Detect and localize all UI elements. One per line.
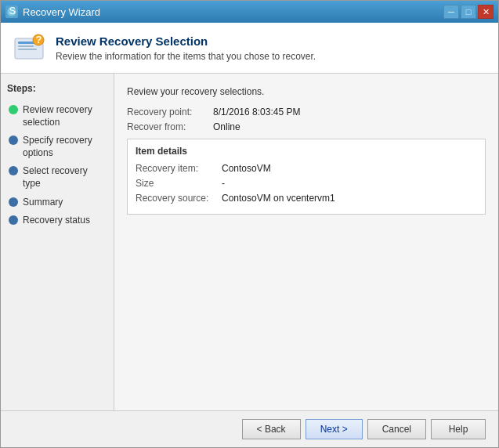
- size-value: -: [222, 178, 225, 189]
- recovery-source-row: Recovery source: ContosoVM on vcentervm1: [136, 193, 477, 204]
- recovery-item-row: Recovery item: ContosoVM: [136, 163, 477, 174]
- recovery-point-label: Recovery point:: [127, 107, 213, 117]
- step-select-type: Select recovery type: [7, 163, 107, 192]
- wizard-footer: < Back Next > Cancel Help: [1, 410, 498, 447]
- wizard-content: Steps: Review recovery selection Specify…: [1, 74, 498, 410]
- step-recovery-status: Recovery status: [7, 212, 107, 229]
- help-button[interactable]: Help: [431, 419, 486, 439]
- svg-rect-5: [18, 49, 37, 50]
- step-label-summary: Summary: [23, 197, 63, 209]
- title-bar-controls: ─ □ ✕: [443, 5, 494, 19]
- recovery-wizard-window: S Recovery Wizard ─ □ ✕ ? Review Recover…: [0, 0, 499, 448]
- header-subtitle: Review the information for the items tha…: [56, 51, 316, 62]
- step-label-review: Review recovery selection: [23, 104, 106, 128]
- header-title: Review Recovery Selection: [56, 34, 316, 48]
- step-dot-active: [9, 105, 18, 114]
- steps-heading: Steps:: [7, 83, 107, 94]
- recovery-item-label: Recovery item:: [136, 163, 222, 174]
- step-label-type: Select recovery type: [23, 165, 106, 190]
- review-intro: Review your recovery selections.: [127, 86, 486, 97]
- svg-text:S: S: [9, 6, 16, 16]
- step-review-recovery: Review recovery selection: [7, 102, 107, 131]
- header-text: Review Recovery Selection Review the inf…: [56, 34, 316, 62]
- wizard-sidebar: Steps: Review recovery selection Specify…: [1, 74, 114, 410]
- step-summary: Summary: [7, 194, 107, 211]
- wizard-header: ? Review Recovery Selection Review the i…: [1, 23, 498, 74]
- window-title: Recovery Wizard: [23, 6, 100, 18]
- back-button[interactable]: < Back: [242, 419, 301, 439]
- step-specify-options: Specify recovery options: [7, 132, 107, 161]
- wizard-main: Review your recovery selections. Recover…: [114, 74, 498, 410]
- item-details-box: Item details Recovery item: ContosoVM Si…: [127, 139, 486, 215]
- size-label: Size: [136, 178, 222, 189]
- size-row: Size -: [136, 178, 477, 189]
- step-dot-inactive-4: [9, 215, 18, 225]
- step-dot-inactive-1: [9, 135, 18, 145]
- step-dot-inactive-3: [9, 197, 18, 207]
- recovery-source-label: Recovery source:: [136, 193, 222, 204]
- step-label-status: Recovery status: [23, 215, 90, 227]
- step-label-specify: Specify recovery options: [23, 135, 106, 159]
- title-bar-left: S Recovery Wizard: [5, 5, 100, 18]
- minimize-button[interactable]: ─: [443, 5, 459, 19]
- svg-rect-4: [18, 45, 34, 47]
- close-button[interactable]: ✕: [478, 5, 494, 19]
- app-icon: S: [5, 5, 18, 18]
- cancel-button[interactable]: Cancel: [367, 419, 426, 439]
- step-dot-inactive-2: [9, 166, 18, 175]
- item-details-heading: Item details: [136, 146, 477, 157]
- title-bar: S Recovery Wizard ─ □ ✕: [1, 1, 498, 23]
- svg-text:?: ?: [36, 34, 42, 45]
- recovery-source-value: ContosoVM on vcentervm1: [222, 193, 335, 204]
- recovery-point-row: Recovery point: 8/1/2016 8:03:45 PM: [127, 107, 486, 117]
- recover-from-value: Online: [213, 121, 240, 132]
- recovery-point-value: 8/1/2016 8:03:45 PM: [213, 107, 300, 117]
- recovery-item-value: ContosoVM: [222, 163, 271, 174]
- recover-from-row: Recover from: Online: [127, 121, 486, 132]
- recover-from-label: Recover from:: [127, 121, 213, 132]
- next-button[interactable]: Next >: [306, 419, 363, 439]
- maximize-button[interactable]: □: [461, 5, 476, 19]
- header-icon: ?: [13, 32, 45, 63]
